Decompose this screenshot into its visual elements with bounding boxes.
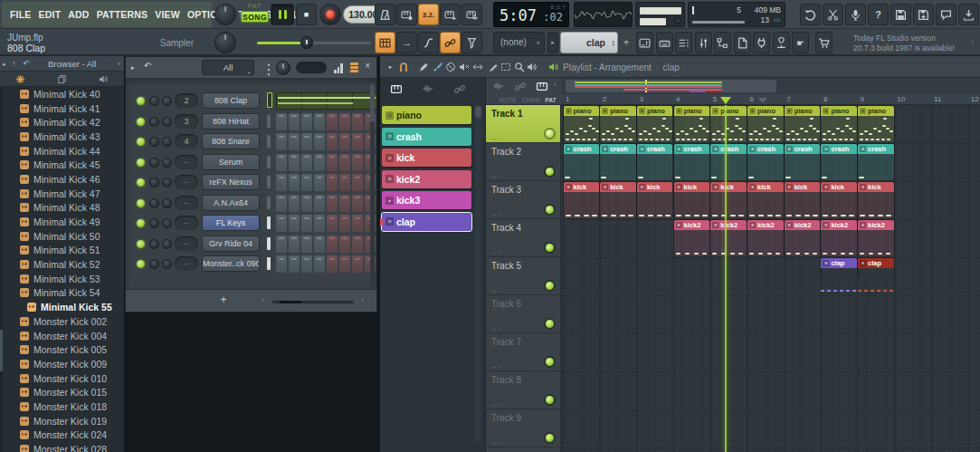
step-button[interactable] — [289, 113, 300, 130]
keyboard-editor-icon[interactable] — [350, 63, 358, 72]
step-button[interactable] — [289, 133, 300, 150]
track-header[interactable]: Track 2... — [486, 143, 561, 181]
channel-pan-knob[interactable] — [149, 239, 159, 249]
channel-name-button[interactable]: A.N.Ax64 — [202, 195, 260, 211]
track-led[interactable] — [546, 320, 554, 328]
step-button[interactable] — [276, 236, 287, 253]
pattern-clip-kick3[interactable]: •kick3 — [382, 191, 471, 209]
step-button[interactable] — [327, 174, 338, 191]
browser-item[interactable]: ↦Minimal Kick 41 — [4, 101, 124, 116]
step-button[interactable] — [289, 174, 300, 191]
swing-button[interactable] — [418, 32, 439, 53]
step-button[interactable] — [301, 133, 312, 150]
pattern-clip-piano[interactable]: ≡piano — [382, 106, 471, 124]
step-button[interactable] — [339, 236, 350, 253]
channel-mute-led[interactable] — [137, 219, 145, 227]
song-marker-button[interactable] — [636, 32, 653, 53]
graph-editor-icon[interactable] — [334, 63, 343, 73]
channel-number[interactable]: 3 — [175, 114, 198, 129]
mode-tab-chan[interactable]: CHAN — [522, 97, 540, 103]
track-led[interactable] — [546, 168, 554, 176]
step-button[interactable] — [327, 215, 338, 232]
up-arrow-icon[interactable]: ↑ — [12, 56, 16, 72]
playlist-clip-crash[interactable]: ≡crash — [600, 144, 636, 180]
rack-horizontal-scrollbar[interactable] — [272, 301, 354, 303]
channel-swing-bar[interactable] — [267, 176, 271, 188]
shuffle-slider[interactable] — [257, 29, 371, 56]
playlist-clip-kick2[interactable]: ≡kick2 — [710, 220, 747, 256]
playlist-clip-kick2[interactable]: ≡kick2 — [821, 220, 857, 256]
browser-item[interactable]: ↦Minimal Kick 45 — [4, 158, 124, 172]
step-button[interactable] — [314, 236, 325, 253]
rack-swing-knob[interactable] — [276, 61, 290, 75]
step-button[interactable] — [352, 215, 363, 232]
track-led[interactable] — [546, 206, 554, 214]
playlist-clip-kick[interactable]: ≡kick — [710, 182, 747, 218]
typing-keyboard-button[interactable] — [656, 32, 673, 53]
channel-mute-led[interactable] — [137, 199, 145, 207]
mode-tab-pat[interactable]: PAT — [545, 97, 557, 103]
step-button[interactable] — [276, 133, 287, 150]
arrangement-speaker-icon[interactable] — [547, 61, 560, 73]
step-button[interactable] — [327, 195, 338, 212]
playlist-clip-crash[interactable]: ≡crash — [785, 144, 821, 180]
channel-number[interactable]: -- — [175, 236, 198, 251]
step-button[interactable] — [339, 215, 350, 232]
playlist-clip-kick[interactable]: ≡kick — [637, 182, 673, 218]
channel-number[interactable]: 2 — [175, 93, 198, 108]
close-icon[interactable]: × — [365, 61, 370, 71]
channel-pan-knob[interactable] — [149, 178, 159, 188]
step-button[interactable] — [352, 236, 363, 253]
add-channel-button[interactable]: + — [216, 293, 231, 306]
playhead-marker-icon[interactable] — [720, 97, 731, 104]
funnel-button[interactable] — [461, 32, 482, 53]
corner-tab-audio[interactable] — [491, 81, 506, 92]
track-led[interactable] — [546, 282, 554, 290]
wait-for-input-button[interactable] — [396, 4, 417, 25]
step-button[interactable] — [327, 133, 338, 150]
pattern-clip-clap[interactable]: ≡clap — [382, 213, 471, 231]
playlist-clip-crash[interactable]: ≡crash — [564, 144, 600, 180]
channel-volume-knob[interactable] — [162, 198, 172, 208]
delete-tool-icon[interactable] — [443, 61, 457, 73]
channel-swing-bar[interactable] — [267, 216, 271, 229]
step-button[interactable] — [339, 255, 350, 273]
scroll-right-icon[interactable]: › — [361, 296, 364, 304]
track-options[interactable]: ... — [491, 208, 501, 217]
track-led[interactable] — [546, 396, 554, 404]
step-button[interactable] — [339, 113, 350, 130]
channel-note-preview[interactable] — [276, 92, 377, 110]
browser-item[interactable]: ↦Minimal Kick 49 — [4, 215, 124, 229]
channel-number[interactable]: -- — [175, 256, 198, 271]
channel-swing-bar[interactable] — [267, 237, 271, 250]
snap-magnet-icon[interactable] — [396, 61, 410, 73]
mic-button[interactable] — [845, 4, 866, 25]
menu-item-view[interactable]: VIEW — [155, 9, 180, 20]
help-button[interactable]: ? — [868, 4, 889, 25]
overdub-button[interactable] — [440, 4, 461, 25]
playlist-title[interactable]: Playlist - Arrangement — [563, 63, 652, 72]
playlist-clip-piano[interactable]: ≡piano — [600, 106, 636, 142]
track-options[interactable]: ... — [491, 284, 501, 293]
track-options[interactable]: ... — [491, 437, 501, 446]
channel-volume-knob[interactable] — [162, 218, 172, 228]
step-edit-button[interactable]: → — [396, 32, 417, 53]
picker-tab-patterns[interactable] — [389, 83, 404, 95]
playlist-clip-piano[interactable]: ≡piano — [785, 106, 821, 142]
touch-button[interactable]: ☛ — [792, 32, 809, 53]
browser-item[interactable]: ↦Monster Kick 019 — [4, 414, 124, 428]
track-options[interactable]: ... — [491, 170, 501, 179]
step-button[interactable] — [327, 236, 338, 253]
channel-number[interactable]: -- — [175, 216, 198, 230]
browser-tab-audio[interactable] — [82, 74, 124, 84]
browser-tab-snap[interactable] — [0, 74, 42, 84]
step-button[interactable] — [301, 195, 312, 212]
download-button[interactable] — [958, 4, 979, 25]
channel-pan-knob[interactable] — [149, 117, 159, 127]
track-header[interactable]: Track 9... — [486, 409, 561, 447]
browser-item[interactable]: ↦Monster Kick 018 — [4, 399, 124, 414]
track-options[interactable]: ... — [491, 399, 501, 408]
playlist-clip-kick[interactable]: ≡kick — [600, 182, 636, 218]
plugin-picker-button[interactable] — [753, 32, 770, 53]
step-button[interactable] — [289, 215, 300, 232]
